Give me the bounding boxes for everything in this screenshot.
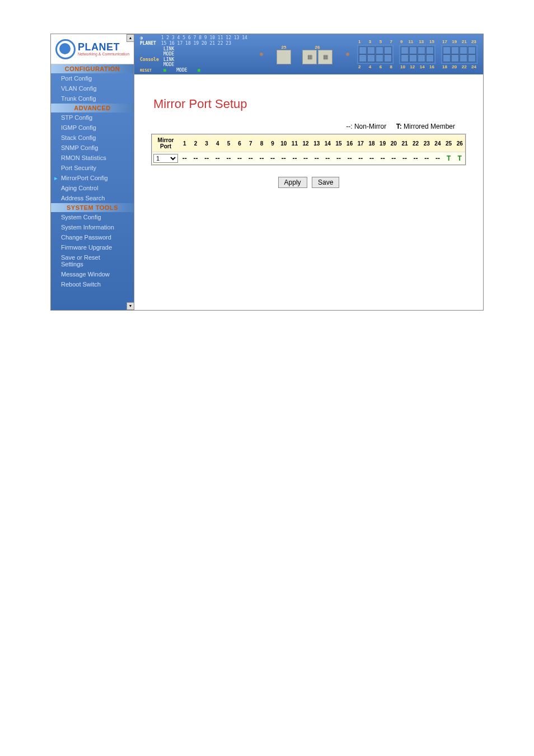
nav-port-security[interactable]: Port Security [51,163,134,173]
port-status-17[interactable]: -- [355,152,367,165]
port-header-16: 16 [344,137,355,150]
port-header-17: 17 [355,137,367,150]
port-nums-bottom-3: 18202224 [441,64,477,69]
nav-port-config[interactable]: Port Config [51,73,134,83]
port-status-25[interactable]: T [443,152,455,165]
port-header-1: 1 [179,137,190,150]
nav-change-password[interactable]: Change Password [51,232,134,242]
port-header-22: 22 [410,137,421,150]
nav-message-window[interactable]: Message Window [51,269,134,279]
slot-label-26: 26 [315,45,320,50]
port-header-3: 3 [201,137,212,150]
expansion-slot-25 [277,50,291,64]
port-header-18: 18 [366,137,377,150]
port-header-4: 4 [212,137,223,150]
port-header-5: 5 [223,137,235,150]
sidebar: ▴ PLANET Networking & Communication CONF… [51,34,134,310]
nav-address-search[interactable]: Address Search [51,193,134,203]
port-header-15: 15 [333,137,344,150]
port-status-6[interactable]: -- [234,152,245,165]
port-header-9: 9 [267,137,278,150]
port-status-14[interactable]: -- [322,152,334,165]
port-status-18[interactable]: -- [366,152,377,165]
port-groups: 1357 2468 9111315 10121416 17192123 1820… [357,39,477,69]
port-status-23[interactable]: -- [421,152,432,165]
port-status-24[interactable]: -- [432,152,443,165]
port-status-12[interactable]: -- [300,152,311,165]
page-title: Mirror Port Setup [146,97,472,111]
save-button[interactable]: Save [312,177,339,188]
nav-vlan-config[interactable]: VLAN Config [51,83,134,93]
port-status-1[interactable]: -- [179,152,190,165]
port-status-16[interactable]: -- [344,152,355,165]
nav-aging-control[interactable]: Aging Control [51,183,134,193]
port-status-21[interactable]: -- [399,152,410,165]
port-header-11: 11 [289,137,301,150]
table-data-row: 1 --------------------------------------… [152,152,465,165]
expansion-slots: 25 26 ▦▦ [277,45,332,64]
port-status-5[interactable]: -- [223,152,235,165]
nav-firmware-upgrade[interactable]: Firmware Upgrade [51,242,134,252]
nav-snmp-config[interactable]: SNMP Config [51,143,134,153]
port-nums-bottom-2: 10121416 [399,64,435,69]
port-status-4[interactable]: -- [212,152,223,165]
nav-stack-config[interactable]: Stack Config [51,133,134,143]
port-status-10[interactable]: -- [278,152,289,165]
port-status-13[interactable]: -- [311,152,322,165]
nav-system-config[interactable]: System Config [51,212,134,222]
nav-igmp-config[interactable]: IGMP Config [51,123,134,133]
logo-area: PLANET Networking & Communication [51,34,134,64]
switch-panel: ◑ PLANET 1 2 3 4 5 6 7 8 9 10 11 12 13 1… [134,34,483,74]
legend-nonmirror-label: Non-Mirror [354,123,386,130]
scroll-up-icon[interactable]: ▴ [127,34,134,42]
port-status-26[interactable]: T [454,152,465,165]
main-area: ◑ PLANET 1 2 3 4 5 6 7 8 9 10 11 12 13 1… [134,34,483,310]
port-status-20[interactable]: -- [388,152,399,165]
nav-system-information[interactable]: System Information [51,222,134,232]
port-status-19[interactable]: -- [377,152,388,165]
port-header-19: 19 [377,137,388,150]
port-status-8[interactable]: -- [256,152,268,165]
button-row: Apply Save [146,177,472,188]
port-status-3[interactable]: -- [201,152,212,165]
port-header-12: 12 [300,137,311,150]
mirror-port-select[interactable]: 1 [153,154,178,163]
port-status-9[interactable]: -- [267,152,278,165]
port-status-15[interactable]: -- [333,152,344,165]
expansion-slot-26a: ▦ [302,50,317,64]
apply-button[interactable]: Apply [278,177,307,188]
panel-info: ◑ PLANET 1 2 3 4 5 6 7 8 9 10 11 12 13 1… [140,35,252,73]
legend-mirrored-label: Mirrored Member [404,123,455,130]
nav-rmon-statistics[interactable]: RMON Statistics [51,153,134,163]
scroll-down-icon[interactable]: ▾ [127,302,134,310]
port-nums-bottom-1: 2468 [357,64,394,69]
port-header-10: 10 [278,137,289,150]
port-header-26: 26 [454,137,465,150]
table-header-row: Mirror Port 1234567891011121314151617181… [152,135,465,152]
port-nums-top-3: 17192123 [441,39,477,44]
mirror-table: Mirror Port 1234567891011121314151617181… [151,134,466,166]
nav-reboot-switch[interactable]: Reboot Switch [51,279,134,289]
nav-mirrorport-config[interactable]: MirrorPort Config [51,173,134,183]
nav-trunk-config[interactable]: Trunk Config [51,93,134,104]
app-frame: ▴ PLANET Networking & Communication CONF… [50,34,484,311]
port-status-2[interactable]: -- [190,152,202,165]
nav-stp-config[interactable]: STP Config [51,112,134,123]
logo-icon [55,39,76,59]
port-header-25: 25 [443,137,455,150]
port-status-7[interactable]: -- [245,152,256,165]
content-body: Mirror Port Setup --: Non-Mirror T: Mirr… [134,74,483,310]
panel-indicator-icon [260,53,263,56]
nav-save-reset-settings[interactable]: Save or Reset Settings [51,252,134,269]
port-header-14: 14 [322,137,334,150]
slot-label-25: 25 [282,45,287,50]
nav-header-advanced: ADVANCED [51,104,134,112]
port-status-22[interactable]: -- [410,152,421,165]
legend: --: Non-Mirror T: Mirrored Member [146,123,472,130]
port-header-2: 2 [190,137,202,150]
port-header-20: 20 [388,137,399,150]
logo-subtitle: Networking & Communication [78,52,129,56]
port-status-11[interactable]: -- [289,152,301,165]
port-header-13: 13 [311,137,322,150]
port-header-7: 7 [245,137,256,150]
